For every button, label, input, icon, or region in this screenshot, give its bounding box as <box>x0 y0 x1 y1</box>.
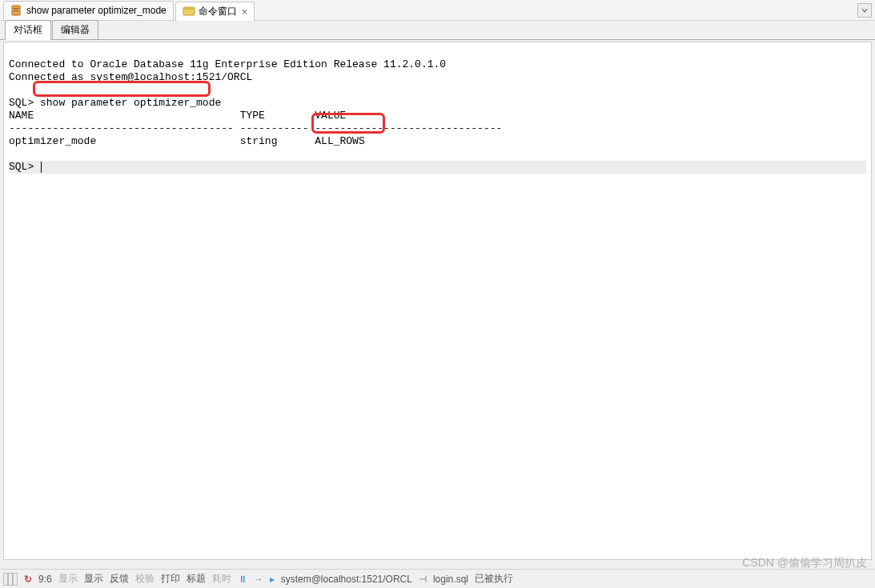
status-bar: ↻ 9:6 显示 显示 反馈 校验 打印 标题 耗时 ⏸ → ▸ system@… <box>0 569 875 588</box>
separator-line: ------------------------------------ ---… <box>9 122 502 134</box>
pause-icon[interactable]: ⏸ <box>238 574 247 585</box>
tab-dropdown-button[interactable] <box>857 3 872 18</box>
play-icon[interactable]: ▸ <box>270 574 275 585</box>
status-item[interactable]: 打印 <box>161 572 180 586</box>
status-item[interactable]: 显示 <box>58 572 78 586</box>
svg-rect-1 <box>14 8 18 9</box>
status-indicator-pills <box>3 573 18 586</box>
tab-label: 命令窗口 <box>199 5 237 18</box>
row-name: optimizer_mode <box>9 135 96 147</box>
arrow-right-icon[interactable]: → <box>254 574 263 585</box>
reload-icon[interactable]: ↻ <box>24 574 32 585</box>
highlight-annotation <box>33 81 211 97</box>
connection-string: system@localhost:1521/ORCL <box>281 574 412 585</box>
tab-show-parameter[interactable]: show parameter optimizer_mode <box>3 1 174 20</box>
terminal-line: Connected to Oracle Database 11g Enterpr… <box>9 58 452 70</box>
cursor-position: 9:6 <box>38 574 52 585</box>
execution-status: 已被执行 <box>475 572 513 586</box>
pin-icon[interactable]: ⊣ <box>419 574 427 585</box>
terminal-line: Connected as system@localhost:1521/ORCL <box>9 71 252 83</box>
sub-tab-dialog[interactable]: 对话框 <box>5 20 51 40</box>
sql-terminal[interactable]: Connected to Oracle Database 11g Enterpr… <box>3 42 872 560</box>
status-item[interactable]: 显示 <box>84 572 103 586</box>
tab-command-window[interactable]: 命令窗口 × <box>175 2 255 21</box>
sql-command: show parameter optimizer_mode <box>40 97 221 109</box>
sub-tab-editor[interactable]: 编辑器 <box>52 20 98 39</box>
sql-prompt: SQL> <box>9 161 40 173</box>
status-item[interactable]: 校验 <box>135 572 155 586</box>
editor-tab-bar: show parameter optimizer_mode 命令窗口 × <box>0 0 875 21</box>
command-window-icon <box>183 5 195 18</box>
svg-rect-4 <box>183 7 195 10</box>
row-type: string <box>240 135 278 147</box>
row-value: ALL_ROWS <box>315 135 364 147</box>
sql-file-icon <box>10 4 23 17</box>
status-item[interactable]: 耗时 <box>212 572 231 586</box>
script-name: login.sql <box>433 574 468 585</box>
text-cursor <box>41 162 42 173</box>
sub-tab-bar: 对话框 编辑器 <box>0 21 875 40</box>
sql-prompt: SQL> <box>9 97 40 109</box>
svg-rect-2 <box>14 10 18 11</box>
col-header-name: NAME <box>9 110 34 122</box>
status-item[interactable]: 标题 <box>187 572 206 586</box>
close-icon[interactable]: × <box>242 6 248 18</box>
col-header-type: TYPE <box>240 110 265 122</box>
status-item[interactable]: 反馈 <box>110 572 129 586</box>
col-header-value: VALUE <box>315 110 346 122</box>
tab-label: show parameter optimizer_mode <box>26 5 167 16</box>
